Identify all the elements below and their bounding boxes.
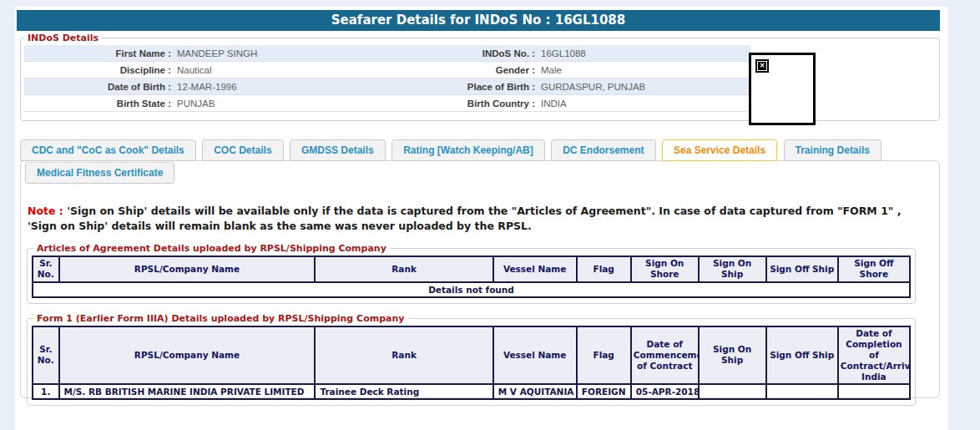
- tab-coc-details[interactable]: COC Details: [202, 139, 283, 161]
- place-of-birth-value: GURDASPUR, PUNJAB: [541, 78, 750, 95]
- first-name-label: First Name :: [24, 45, 171, 62]
- col-rpsl-company-name: RPSL/Company Name: [59, 256, 316, 281]
- main-page: Seafarer Details for INDoS No : 16GL1088…: [15, 7, 948, 430]
- col-sign-off-ship: Sign Off Ship: [766, 256, 838, 281]
- place-of-birth-label: Place of Birth :: [385, 78, 535, 95]
- cell-sr-no: 1.: [33, 384, 59, 399]
- indos-details-legend: INDoS Details: [24, 33, 102, 43]
- gender-label: Gender :: [385, 62, 535, 78]
- col-flag: Flag: [577, 256, 631, 281]
- date-of-birth-label: Date of Birth :: [24, 78, 171, 95]
- col-rpsl-company-name: RPSL/Company Name: [59, 326, 316, 385]
- date-of-birth-value: 12-MAR-1996: [177, 78, 379, 95]
- tab-medical-fitness-certificate[interactable]: Medical Fitness Certificate: [25, 162, 174, 184]
- articles-of-agreement-table: Sr. No. RPSL/Company Name Rank Vessel Na…: [32, 255, 911, 297]
- detail-row-discipline-gender: Discipline : Nautical Gender : Male: [24, 62, 750, 78]
- tab-dc-endorsement[interactable]: DC Endorsement: [551, 139, 655, 161]
- cell-rpsl-company-name: M/S. RB BRITISH MARINE INDIA PRIVATE LIM…: [59, 384, 316, 399]
- cell-rank: Trainee Deck Rating: [315, 384, 493, 399]
- detail-row-name-indos: First Name : MANDEEP SINGH INDoS No. : 1…: [24, 45, 750, 62]
- col-sign-on-ship: Sign On Ship: [699, 256, 766, 281]
- cell-date-of-completion: [838, 384, 910, 399]
- col-sign-off-ship: Sign Off Ship: [766, 326, 838, 385]
- birth-country-value: INDIA: [541, 95, 750, 112]
- birth-country-label: Birth Country :: [385, 95, 535, 112]
- col-sign-off-shore: Sign Off Shore: [838, 256, 910, 281]
- broken-image-icon: ✕: [755, 59, 769, 73]
- details-not-found-message: Details not found: [33, 282, 910, 297]
- seafarer-photo-placeholder: ✕: [749, 53, 816, 125]
- indos-details-section: INDoS Details First Name : MANDEEP SINGH…: [20, 33, 940, 121]
- form1-section: Form 1 (Earlier Form IIIA) Details uploa…: [27, 313, 916, 407]
- note-prefix: Note :: [28, 205, 63, 217]
- cell-sign-on-ship: [699, 384, 766, 399]
- form1-table: Sr. No. RPSL/Company Name Rank Vessel Na…: [32, 326, 911, 401]
- tab-rating-watch-keeping-ab[interactable]: Rating [Watch Keeping/AB]: [391, 139, 545, 161]
- col-sr-no: Sr. No.: [33, 326, 59, 385]
- col-flag: Flag: [577, 326, 631, 385]
- tab-strip-row1: CDC and "CoC as Cook" Details COC Detail…: [20, 139, 948, 161]
- col-rank: Rank: [315, 326, 493, 385]
- empty-row: Details not found: [33, 282, 910, 297]
- cell-flag: FOREIGN: [577, 384, 631, 399]
- discipline-label: Discipline :: [24, 62, 171, 78]
- col-sign-on-shore: Sign On Shore: [631, 256, 699, 281]
- tab-sea-service-details[interactable]: Sea Service Details: [662, 139, 777, 161]
- detail-row-birth: Date of Birth : 12-MAR-1996 Place of Bir…: [24, 78, 750, 95]
- articles-of-agreement-section: Articles of Agreement Details uploaded b…: [27, 243, 916, 303]
- gender-value: Male: [541, 62, 750, 78]
- birth-state-value: PUNJAB: [177, 95, 379, 112]
- col-sr-no: Sr. No.: [33, 256, 59, 281]
- tab-strip-row2: Medical Fitness Certificate: [25, 162, 939, 184]
- form1-legend: Form 1 (Earlier Form IIIA) Details uploa…: [33, 313, 407, 324]
- page-title: Seafarer Details for INDoS No : 16GL1088: [17, 10, 940, 31]
- sign-on-ship-note: Note : 'Sign on Ship' details will be av…: [28, 204, 927, 234]
- col-vessel-name: Vessel Name: [493, 256, 577, 281]
- col-date-of-completion: Date of Completion of Contract/Arriving …: [838, 326, 910, 385]
- discipline-value: Nautical: [177, 62, 379, 78]
- tab-gmdss-details[interactable]: GMDSS Details: [290, 139, 386, 161]
- articles-of-agreement-legend: Articles of Agreement Details uploaded b…: [33, 243, 390, 254]
- col-date-of-commencement: Date of Commencement of Contract: [631, 326, 699, 385]
- col-sign-on-ship: Sign On Ship: [699, 326, 766, 385]
- cell-vessel-name: M V AQUITANIA: [493, 384, 577, 399]
- cell-sign-off-ship: [766, 384, 838, 399]
- col-rank: Rank: [315, 256, 493, 281]
- cell-date-of-commencement: 05-APR-2018: [631, 384, 699, 399]
- indos-no-value: 16GL1088: [541, 45, 750, 62]
- form1-header-row: Sr. No. RPSL/Company Name Rank Vessel Na…: [33, 326, 910, 385]
- birth-state-label: Birth State :: [24, 95, 171, 112]
- note-text: 'Sign on Ship' details will be available…: [28, 205, 901, 232]
- first-name-value: MANDEEP SINGH: [177, 45, 379, 62]
- sea-service-panel: Medical Fitness Certificate Note : 'Sign…: [20, 160, 940, 398]
- detail-row-birth-state-country: Birth State : PUNJAB Birth Country : IND…: [24, 95, 750, 112]
- articles-header-row: Sr. No. RPSL/Company Name Rank Vessel Na…: [33, 256, 910, 281]
- tab-cdc-coc-as-cook-details[interactable]: CDC and "CoC as Cook" Details: [20, 139, 196, 161]
- indos-no-label: INDoS No. :: [385, 45, 535, 62]
- tab-training-details[interactable]: Training Details: [784, 139, 881, 161]
- table-row: 1. M/S. RB BRITISH MARINE INDIA PRIVATE …: [33, 384, 910, 399]
- col-vessel-name: Vessel Name: [493, 326, 577, 385]
